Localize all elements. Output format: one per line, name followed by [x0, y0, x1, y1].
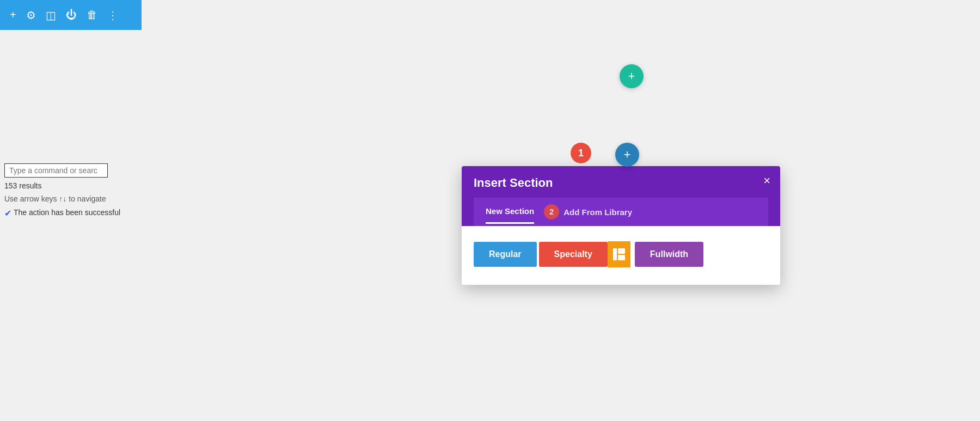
screen-icon[interactable]: ◫: [46, 9, 56, 22]
spacer: [632, 241, 635, 267]
nav-hint: Use arrow keys ↑↓ to navigate: [4, 193, 120, 206]
modal-header: Insert Section × New Section 2 Add From …: [462, 166, 780, 226]
modal-title: Insert Section: [474, 176, 768, 190]
results-count: 153 results: [4, 180, 120, 193]
specialty-section-button[interactable]: Specialty: [539, 242, 608, 267]
gear-icon[interactable]: ⚙: [26, 9, 36, 22]
command-area: 153 results Use arrow keys ↑↓ to navigat…: [0, 163, 125, 221]
tab-new-section[interactable]: New Section: [486, 200, 534, 224]
modal-body: Regular Specialty Fullwidth: [462, 226, 780, 285]
tab-add-from-library[interactable]: 2 Add From Library: [544, 198, 632, 226]
step-1-badge: 1: [571, 143, 591, 163]
more-icon[interactable]: ⋮: [107, 9, 118, 22]
plus-icon: +: [628, 70, 635, 82]
icon-cell-top-right: [618, 248, 625, 254]
specialty-layout-icon: [613, 248, 625, 260]
modal-close-button[interactable]: ×: [763, 175, 770, 187]
icon-cell-bottom-right: [618, 255, 625, 260]
add-section-top-button[interactable]: +: [620, 64, 644, 88]
fullwidth-section-button[interactable]: Fullwidth: [635, 242, 703, 267]
toolbar: + ⚙ ◫ ⏻ 🗑 ⋮: [0, 0, 142, 30]
specialty-icon-button[interactable]: [608, 241, 630, 267]
trash-icon[interactable]: 🗑: [87, 9, 97, 21]
add-icon[interactable]: +: [10, 9, 16, 21]
regular-section-button[interactable]: Regular: [474, 242, 537, 267]
plus-icon: +: [624, 149, 631, 161]
insert-section-modal: Insert Section × New Section 2 Add From …: [462, 166, 780, 285]
checkmark-icon: ✔: [4, 206, 11, 221]
step-2-badge: 2: [544, 204, 559, 219]
add-section-modal-button[interactable]: +: [615, 143, 639, 167]
success-message: ✔ The action has been successful: [4, 206, 120, 221]
icon-cell-left: [613, 248, 617, 260]
modal-tabs: New Section 2 Add From Library: [474, 198, 768, 226]
command-search-input[interactable]: [4, 163, 108, 178]
power-icon[interactable]: ⏻: [66, 9, 77, 21]
